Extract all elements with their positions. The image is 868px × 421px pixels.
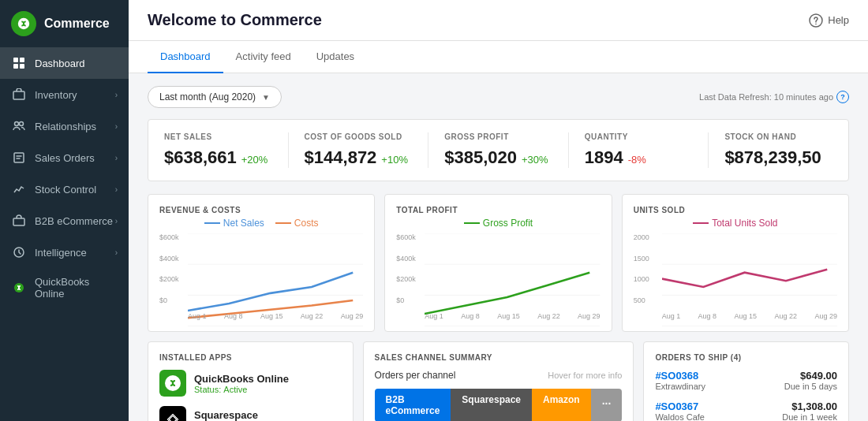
sidebar-logo: Commerce — [0, 0, 129, 47]
legend-net-sales: Net Sales — [204, 218, 264, 229]
date-range-dropdown[interactable]: Last month (Aug 2020) ▼ — [148, 86, 282, 108]
stat-label: QUANTITY — [585, 132, 693, 141]
legend-costs: Costs — [275, 218, 319, 229]
app-status-value: Active — [223, 385, 247, 394]
order-amount: $649.00 — [784, 370, 837, 382]
chart-legend: Net Sales Costs — [159, 218, 363, 229]
app-item-qbo: QuickBooks Online Status: Active — [159, 370, 342, 397]
sidebar-item-dashboard[interactable]: Dashboard — [0, 47, 129, 79]
svg-rect-8 — [14, 153, 24, 162]
svg-rect-3 — [13, 64, 18, 69]
orders-to-ship-title: ORDERS TO SHIP (4) — [655, 353, 837, 362]
qbo-app-icon — [159, 370, 186, 397]
dashboard-content: Last month (Aug 2020) ▼ Last Data Refres… — [129, 73, 868, 421]
chevron-right-icon: › — [115, 154, 118, 162]
legend-gross-profit: Gross Profit — [464, 218, 533, 229]
bottom-row: INSTALLED APPS QuickBooks Online Status:… — [148, 341, 849, 421]
page-header: Welcome to Commerce Help — [129, 0, 868, 41]
sales-channel-card: SALES CHANNEL SUMMARY Orders per channel… — [363, 341, 634, 421]
refresh-info: Last Data Refresh: 10 minutes ago ? — [699, 91, 849, 103]
svg-rect-4 — [20, 64, 24, 69]
stock-control-icon — [11, 181, 27, 197]
app-name: Squarespace — [194, 409, 258, 421]
sidebar-item-quickbooks-online[interactable]: QuickBooks Online — [0, 268, 129, 307]
stat-stock-on-hand: STOCK ON HAND $878,239,50 — [709, 132, 848, 168]
stat-quantity: QUANTITY 1894 -8% — [569, 132, 709, 168]
inventory-icon — [11, 87, 27, 102]
main-content: Welcome to Commerce Help Dashboard Activ… — [129, 0, 868, 421]
qb-logo-icon — [11, 11, 36, 36]
order-left: #SO0367 Waldos Cafe — [655, 401, 705, 421]
chart-total-profit: TOTAL PROFIT Gross Profit $600k$400k$200… — [384, 194, 612, 332]
dashboard-icon — [11, 55, 27, 71]
sidebar-item-label: B2B eCommerce — [35, 215, 115, 227]
stat-value: 1894 -8% — [585, 147, 693, 168]
chart-area: 200015001000500 Aug 1Aug 8Aug 15Aug 22Au… — [634, 233, 837, 320]
stat-change: -8% — [628, 154, 646, 166]
stat-value: $385,020 +30% — [444, 147, 552, 168]
x-axis: Aug 1Aug 8Aug 15Aug 22Aug 29 — [188, 312, 363, 320]
stats-row: NET SALES $638,661 +20% COST OF GOODS SO… — [148, 119, 849, 181]
svg-rect-1 — [13, 58, 18, 62]
sidebar-item-stock-control[interactable]: Stock Control › — [0, 173, 129, 205]
order-due: Due in 1 week — [782, 412, 837, 421]
legend-label: Costs — [294, 218, 319, 229]
y-axis: $600k$400k$200k$0 — [396, 233, 425, 304]
channel-amazon-button[interactable]: Amazon — [532, 389, 591, 421]
channel-b2b-button[interactable]: B2B eCommerce — [375, 389, 451, 421]
chart-revenue-costs: REVENUE & COSTS Net Sales Costs $600k$40… — [148, 194, 375, 332]
help-button[interactable]: Help — [809, 13, 849, 28]
chevron-right-icon: › — [115, 91, 118, 99]
sidebar-item-label: Sales Orders — [35, 152, 115, 164]
intelligence-icon — [11, 244, 27, 260]
chart-area: $600k$400k$200k$0 Aug 1Aug 8Aug 15Aug 22… — [396, 233, 600, 320]
tab-dashboard[interactable]: Dashboard — [148, 41, 223, 73]
sidebar-item-b2b-ecommerce[interactable]: B2B eCommerce › — [0, 205, 129, 237]
sidebar-item-intelligence[interactable]: Intelligence › — [0, 237, 129, 268]
svg-rect-9 — [13, 218, 24, 225]
order-id[interactable]: #SO0367 — [655, 401, 705, 412]
tab-activity-feed[interactable]: Activity feed — [223, 41, 304, 73]
squarespace-app-icon — [159, 406, 186, 421]
svg-rect-5 — [13, 91, 24, 99]
chevron-right-icon: › — [115, 185, 118, 194]
sales-orders-icon — [11, 150, 27, 166]
sidebar-item-label: Stock Control — [35, 184, 115, 196]
legend-total-units: Total Units Sold — [693, 218, 777, 229]
sidebar-item-label: Relationships — [35, 121, 115, 132]
tab-updates[interactable]: Updates — [304, 41, 367, 73]
hover-info-label: Hover for more info — [548, 371, 622, 380]
order-right: $649.00 Due in 5 days — [784, 370, 837, 391]
stat-label: GROSS PROFIT — [444, 132, 552, 141]
y-axis: 200015001000500 — [634, 233, 662, 304]
app-item-squarespace: Squarespace Status: Active — [159, 406, 342, 421]
sidebar: Commerce Dashboard Inventory › Relations… — [0, 0, 129, 421]
order-amount: $1,308.00 — [782, 401, 837, 412]
order-item-1: #SO0368 Extrawdinary $649.00 Due in 5 da… — [655, 370, 837, 391]
legend-color — [693, 222, 709, 224]
sidebar-item-relationships[interactable]: Relationships › — [0, 110, 129, 142]
sidebar-item-inventory[interactable]: Inventory › — [0, 79, 129, 110]
legend-color — [275, 222, 291, 224]
order-customer: Waldos Cafe — [655, 412, 705, 421]
charts-row: REVENUE & COSTS Net Sales Costs $600k$40… — [148, 194, 849, 332]
x-axis: Aug 1Aug 8Aug 15Aug 22Aug 29 — [425, 312, 600, 320]
installed-apps-title: INSTALLED APPS — [159, 353, 342, 362]
stat-change: +30% — [522, 154, 548, 166]
order-item-2: #SO0367 Waldos Cafe $1,308.00 Due in 1 w… — [655, 401, 837, 421]
app-info: QuickBooks Online Status: Active — [194, 373, 289, 394]
chart-legend: Total Units Sold — [634, 218, 837, 229]
channel-more-button[interactable]: ... — [591, 389, 623, 421]
chart-title: UNITS SOLD — [634, 206, 837, 214]
y-axis: $600k$400k$200k$0 — [159, 233, 188, 304]
sidebar-item-sales-orders[interactable]: Sales Orders › — [0, 142, 129, 173]
order-id[interactable]: #SO0368 — [655, 370, 705, 382]
sidebar-item-label: Dashboard — [35, 58, 118, 69]
stat-cogs: COST OF GOODS SOLD $144,872 +10% — [289, 132, 429, 168]
app-status: Status: Active — [194, 385, 289, 394]
orders-to-ship-card: ORDERS TO SHIP (4) #SO0368 Extrawdinary … — [643, 341, 849, 421]
channel-squarespace-button[interactable]: Squarespace — [451, 389, 532, 421]
info-icon[interactable]: ? — [836, 91, 849, 103]
svg-point-6 — [15, 122, 19, 126]
stat-value: $144,872 +10% — [305, 147, 413, 168]
